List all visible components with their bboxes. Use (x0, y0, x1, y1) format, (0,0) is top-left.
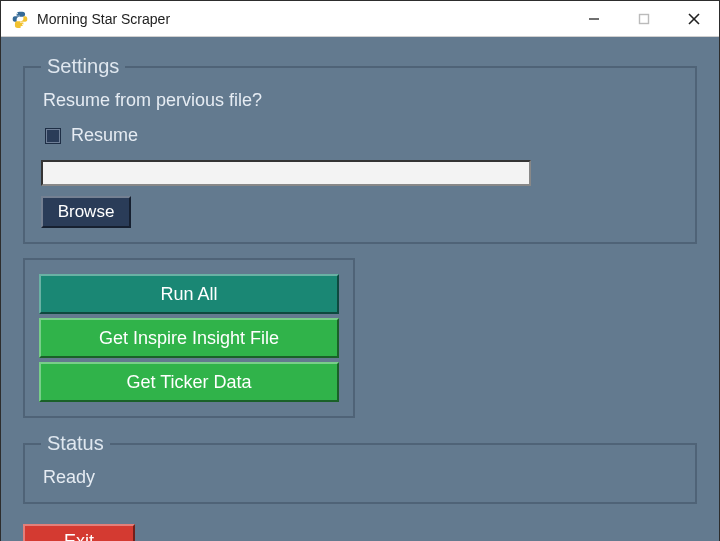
client-area: Settings Resume from pervious file? Resu… (1, 37, 719, 541)
app-window: Morning Star Scraper Settings Resume fro… (0, 0, 720, 541)
settings-legend: Settings (41, 55, 125, 78)
actions-group: Run All Get Inspire Insight File Get Tic… (23, 258, 355, 418)
exit-button[interactable]: Exit (23, 524, 135, 541)
resume-checkbox[interactable] (45, 128, 61, 144)
resume-path-input[interactable] (41, 160, 531, 186)
resume-checkbox-label: Resume (71, 125, 138, 146)
svg-point-0 (17, 12, 18, 13)
path-row (41, 160, 679, 186)
svg-point-1 (22, 23, 23, 24)
status-group: Status Ready (23, 432, 697, 504)
resume-question: Resume from pervious file? (43, 90, 679, 111)
status-text: Ready (41, 465, 679, 488)
maximize-icon (638, 13, 650, 25)
maximize-button[interactable] (619, 1, 669, 36)
get-ticker-button[interactable]: Get Ticker Data (39, 362, 339, 402)
minimize-icon (588, 13, 600, 25)
window-title: Morning Star Scraper (37, 11, 170, 27)
run-all-button[interactable]: Run All (39, 274, 339, 314)
settings-group: Settings Resume from pervious file? Resu… (23, 55, 697, 244)
close-icon (687, 12, 701, 26)
close-button[interactable] (669, 1, 719, 36)
titlebar: Morning Star Scraper (1, 1, 719, 37)
svg-rect-3 (640, 14, 649, 23)
window-controls (569, 1, 719, 36)
status-legend: Status (41, 432, 110, 455)
minimize-button[interactable] (569, 1, 619, 36)
resume-checkbox-row: Resume (45, 125, 679, 146)
browse-button[interactable]: Browse (41, 196, 131, 228)
python-icon (11, 10, 29, 28)
get-inspire-button[interactable]: Get Inspire Insight File (39, 318, 339, 358)
